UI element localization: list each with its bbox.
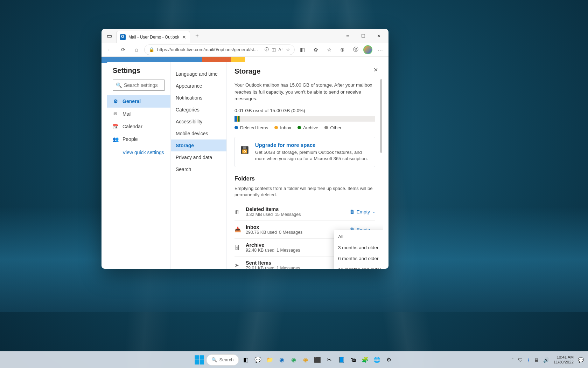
tab-actions-icon[interactable]: ▭ [104, 30, 115, 41]
extension-icon[interactable]: ◧ [297, 44, 308, 55]
category-mail[interactable]: ✉ Mail [107, 108, 170, 120]
edge-canary-icon[interactable]: ◉ [301, 355, 310, 365]
sub-notifications[interactable]: Notifications [171, 92, 226, 104]
trash-icon: 🗑 [234, 209, 241, 215]
sub-search[interactable]: Search [171, 163, 226, 175]
dropdown-item-12mo[interactable]: 12 months and older [334, 264, 383, 269]
taskbar: 🔍 Search ◧ 💬 📁 ◉ ◉ ◉ ⬛ ✂ 📘 🛍 🧩 🌐 ⚙ ˄ 🛡 ᚼ… [0, 351, 588, 368]
category-label: General [122, 98, 141, 104]
start-button[interactable] [194, 355, 204, 365]
category-calendar[interactable]: 📅 Calendar [107, 120, 170, 133]
favorite-icon[interactable]: ☆ [286, 47, 290, 52]
chevron-down-icon: ⌄ [372, 210, 375, 214]
gear-icon: ⚙ [113, 98, 118, 104]
chrome-icon[interactable]: 🌐 [372, 355, 382, 365]
date-text: 11/30/2022 [553, 360, 574, 364]
sub-appearance[interactable]: Appearance [171, 80, 226, 92]
legend-label: Deleted Items [240, 125, 268, 130]
teams-icon[interactable]: 💬 [253, 355, 263, 365]
search-label: Search [219, 357, 233, 362]
category-general[interactable]: ⚙ General [107, 95, 170, 108]
dot-icon [298, 126, 301, 129]
terminal-icon[interactable]: ⬛ [313, 355, 322, 365]
folder-name: Deleted Items [246, 206, 345, 212]
archive-icon: 🗄 [234, 245, 241, 251]
floppy-icon [240, 142, 249, 158]
minimize-button[interactable]: ━ [340, 29, 356, 43]
tray-chevron-icon[interactable]: ˄ [511, 357, 514, 363]
sub-language[interactable]: Language and time [171, 68, 226, 80]
outlook-favicon-icon [120, 34, 126, 40]
taskbar-clock[interactable]: 10:41 AM 11/30/2022 [553, 355, 574, 364]
dropdown-item-6mo[interactable]: 6 months and older [334, 253, 383, 264]
close-tab-icon[interactable]: ✕ [182, 34, 186, 40]
settings-icon[interactable]: ⚙ [384, 355, 394, 365]
powertoys-icon[interactable]: 🧩 [360, 355, 370, 365]
task-view-icon[interactable]: ◧ [241, 355, 251, 365]
edge-beta-icon[interactable]: ◉ [289, 355, 299, 365]
edge-icon[interactable]: ◉ [277, 355, 287, 365]
folder-size: 3.32 MB used [246, 212, 273, 217]
dropdown-item-3mo[interactable]: 3 months and older [334, 242, 383, 253]
category-people[interactable]: 👥 People [107, 133, 170, 145]
title-bar: ▭ Mail - User Demo - Outlook ✕ ＋ ━ ☐ ✕ [102, 29, 388, 43]
sub-privacy[interactable]: Privacy and data [171, 151, 226, 163]
more-icon[interactable]: ⋯ [374, 44, 386, 55]
time-text: 10:41 AM [553, 355, 574, 360]
home-button[interactable]: ⌂ [131, 44, 142, 55]
tray-display-icon[interactable]: 🖥 [534, 357, 539, 363]
close-window-button[interactable]: ✕ [371, 29, 386, 43]
view-quick-settings-link[interactable]: View quick settings [107, 145, 170, 155]
upgrade-title: Upgrade for more space [255, 142, 369, 148]
settings-sidebar: Settings 🔍 Search settings ⚙ General ✉ M… [107, 62, 171, 269]
folders-heading: Folders [234, 176, 375, 182]
address-bar[interactable]: 🔒 https://outlook.live.com/mail/0/option… [144, 45, 295, 55]
sub-accessibility[interactable]: Accessibility [171, 116, 226, 128]
maximize-button[interactable]: ☐ [356, 29, 371, 43]
refresh-button[interactable]: ⟳ [118, 44, 129, 55]
legend-label: Other [330, 125, 342, 130]
dot-icon [324, 126, 328, 129]
split-icon[interactable]: ◫ [272, 47, 276, 52]
storage-bar [234, 116, 375, 122]
tray-volume-icon[interactable]: 🔊 [543, 357, 549, 363]
inbox-icon: 📥 [234, 226, 241, 233]
collections-icon[interactable]: ⊕ [337, 44, 348, 55]
storage-heading: Storage [234, 67, 375, 75]
folder-size: 290.76 KB used [246, 230, 277, 235]
snip-icon[interactable]: ✂ [324, 355, 334, 365]
text-size-icon[interactable]: A⁺ [279, 47, 283, 52]
sub-categories[interactable]: Categories [171, 104, 226, 116]
sub-mobile[interactable]: Mobile devices [171, 128, 226, 139]
profile-avatar[interactable] [363, 45, 372, 54]
settings-modal: Settings 🔍 Search settings ⚙ General ✉ M… [107, 62, 383, 269]
tray-security-icon[interactable]: 🛡 [518, 357, 523, 363]
browser-tab[interactable]: Mail - User Demo - Outlook ✕ [116, 31, 190, 43]
notifications-icon[interactable]: 💬 [578, 357, 584, 363]
dot-icon [234, 126, 238, 129]
dropdown-item-all[interactable]: All [334, 231, 383, 242]
close-settings-icon[interactable]: ✕ [373, 67, 378, 73]
tray-bluetooth-icon[interactable]: ᚼ [527, 357, 530, 363]
search-settings-input[interactable]: 🔍 Search settings [113, 80, 165, 91]
notepad-icon[interactable]: 📘 [336, 355, 346, 365]
bar-other [239, 116, 240, 122]
settings-title: Settings [107, 67, 170, 80]
reader-icon[interactable]: ⓘ [265, 47, 269, 53]
storage-description: Your Outlook mailbox has 15.00 GB of sto… [234, 82, 375, 102]
favorites-icon[interactable]: ☆ [323, 44, 335, 55]
ie-mode-icon[interactable]: ⓔ [350, 44, 361, 55]
new-tab-button[interactable]: ＋ [191, 30, 203, 41]
store-icon[interactable]: 🛍 [348, 355, 358, 365]
svg-rect-2 [243, 146, 246, 149]
shopping-icon[interactable]: ✿ [310, 44, 321, 55]
empty-button[interactable]: 🗑 Empty ⌄ [350, 209, 375, 214]
taskbar-search[interactable]: 🔍 Search [206, 354, 239, 366]
folder-size: 79.01 KB used [246, 266, 274, 269]
category-label: People [122, 136, 138, 142]
upgrade-card[interactable]: Upgrade for more space Get 50GB of stora… [234, 137, 375, 167]
explorer-icon[interactable]: 📁 [265, 355, 275, 365]
scrollbar[interactable] [380, 79, 382, 153]
sub-storage[interactable]: Storage [171, 139, 226, 151]
back-button[interactable]: ← [104, 44, 115, 55]
